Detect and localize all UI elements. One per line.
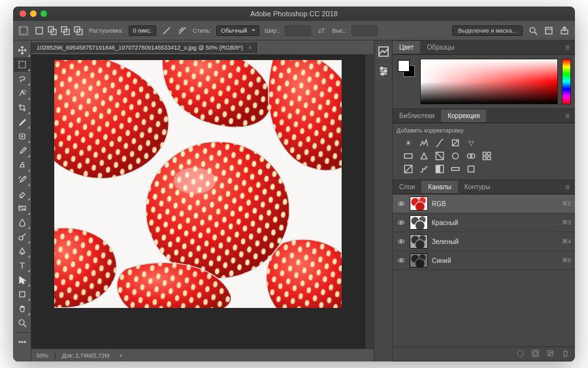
dodge-tool[interactable] [14, 230, 31, 244]
gradient-tool[interactable] [14, 201, 31, 215]
document-tab[interactable]: 10285296_695458757191846_197072780914653… [31, 42, 257, 53]
color-lookup-icon[interactable] [482, 151, 492, 161]
hue-sat-icon[interactable] [403, 151, 414, 161]
antialias-icon[interactable] [161, 25, 172, 36]
posterize-icon[interactable] [419, 164, 429, 174]
photo-filter-icon[interactable] [450, 151, 461, 161]
selection-intersect-icon[interactable] [73, 25, 84, 36]
invert-icon[interactable] [403, 164, 414, 174]
brush-tool[interactable] [14, 144, 31, 158]
edit-toolbar-icon[interactable] [14, 335, 31, 349]
select-and-mask-button[interactable]: Выделение и маска... [452, 25, 523, 36]
panel-menu-icon[interactable]: ≡ [560, 112, 575, 121]
svg-rect-16 [20, 292, 25, 297]
tab-libraries[interactable]: Библиотеки [393, 110, 441, 122]
hue-strip[interactable] [562, 59, 571, 104]
move-tool[interactable] [14, 43, 31, 57]
maximize-window-button[interactable] [41, 10, 47, 17]
width-input[interactable] [285, 25, 311, 36]
channel-row[interactable]: Красный⌘3 [393, 213, 575, 232]
quick-select-tool[interactable] [14, 86, 31, 100]
color-balance-icon[interactable] [419, 151, 429, 161]
workspace-icon[interactable] [544, 25, 554, 36]
visibility-toggle-icon[interactable] [397, 256, 406, 265]
selective-color-icon[interactable] [466, 164, 476, 174]
close-window-button[interactable] [20, 10, 26, 17]
gradient-map-icon[interactable] [450, 164, 461, 174]
canvas-viewport[interactable] [31, 55, 365, 348]
blur-tool[interactable] [14, 215, 31, 230]
levels-icon[interactable] [419, 138, 429, 148]
tab-channels[interactable]: Каналы [421, 181, 458, 193]
selection-add-icon[interactable] [47, 25, 57, 36]
history-panel-icon[interactable] [376, 44, 391, 59]
svg-point-28 [380, 67, 383, 70]
search-icon[interactable] [528, 25, 538, 36]
hand-tool[interactable] [14, 301, 31, 316]
save-selection-icon[interactable] [531, 349, 540, 359]
properties-panel-icon[interactable] [376, 64, 391, 78]
doc-info[interactable]: Док: 2,74M/2,72M [62, 352, 110, 359]
new-channel-icon[interactable] [546, 349, 555, 359]
channel-row[interactable]: Зеленый⌘4 [393, 232, 575, 251]
type-tool[interactable] [14, 258, 31, 273]
style-select[interactable]: Обычный [216, 25, 259, 36]
tab-swatches[interactable]: Образцы [420, 41, 461, 54]
delete-channel-icon[interactable] [561, 349, 570, 359]
channels-panel: Слои Каналы Контуры ≡ RGB⌘2 Красный⌘3 Зе… [393, 180, 575, 361]
feather-input[interactable]: 0 пикс. [129, 25, 156, 36]
vibrance-icon[interactable]: ▽ [466, 138, 476, 148]
visibility-toggle-icon[interactable] [397, 237, 406, 246]
eraser-tool[interactable] [14, 187, 31, 201]
close-tab-icon[interactable]: × [248, 44, 252, 52]
visibility-toggle-icon[interactable] [397, 218, 406, 227]
svg-rect-73 [548, 351, 553, 356]
clone-stamp-tool[interactable] [14, 158, 31, 172]
tab-color[interactable]: Цвет [393, 41, 420, 54]
channel-mixer-icon[interactable] [466, 151, 476, 161]
exposure-icon[interactable] [450, 138, 461, 148]
selection-subtract-icon[interactable] [60, 25, 71, 36]
marquee-tool-preset-icon[interactable] [18, 25, 29, 36]
curves-icon[interactable] [434, 138, 445, 148]
antialias2-icon[interactable] [177, 25, 188, 36]
marquee-tool[interactable] [14, 57, 31, 72]
brightness-contrast-icon[interactable]: ☀ [403, 138, 414, 148]
height-input[interactable] [351, 25, 378, 36]
status-menu-caret-icon[interactable] [120, 354, 124, 358]
foreground-swatch[interactable] [398, 60, 410, 72]
tab-layers[interactable]: Слои [393, 181, 421, 193]
shape-tool[interactable] [14, 287, 31, 301]
channel-thumbnail [410, 215, 428, 230]
swap-wh-icon[interactable] [316, 25, 327, 36]
selection-new-icon[interactable] [34, 25, 44, 36]
zoom-value[interactable]: 50% [37, 352, 48, 359]
fg-bg-swatch[interactable] [397, 59, 416, 78]
threshold-icon[interactable] [434, 164, 445, 174]
path-select-tool[interactable] [14, 273, 31, 287]
vertical-scrollbar[interactable] [365, 55, 374, 348]
history-brush-tool[interactable] [14, 172, 31, 187]
load-selection-icon[interactable] [516, 349, 525, 359]
color-ramp[interactable] [420, 59, 558, 104]
eyedropper-tool[interactable] [14, 115, 31, 129]
crop-tool[interactable] [14, 100, 31, 115]
document-area: 10285296_695458757191846_197072780914653… [31, 40, 374, 361]
share-icon[interactable] [559, 25, 570, 36]
minimize-window-button[interactable] [30, 10, 37, 17]
color-panel: Цвет Образцы ≡ [393, 40, 575, 109]
document-tab-title: 10285296_695458757191846_197072780914653… [37, 44, 243, 51]
channel-row[interactable]: Синий⌘5 [393, 251, 575, 270]
lasso-tool[interactable] [14, 72, 31, 86]
pen-tool[interactable] [14, 244, 31, 258]
zoom-tool[interactable] [14, 316, 31, 330]
healing-brush-tool[interactable] [14, 129, 31, 144]
channel-row[interactable]: RGB⌘2 [393, 194, 575, 213]
tab-paths[interactable]: Контуры [458, 181, 497, 193]
tab-adjustments[interactable]: Коррекция [441, 110, 486, 122]
panel-menu-icon[interactable]: ≡ [560, 43, 575, 52]
visibility-toggle-icon[interactable] [397, 199, 406, 208]
bw-icon[interactable] [434, 151, 445, 161]
panel-menu-icon[interactable]: ≡ [560, 183, 575, 192]
svg-rect-40 [487, 157, 491, 160]
